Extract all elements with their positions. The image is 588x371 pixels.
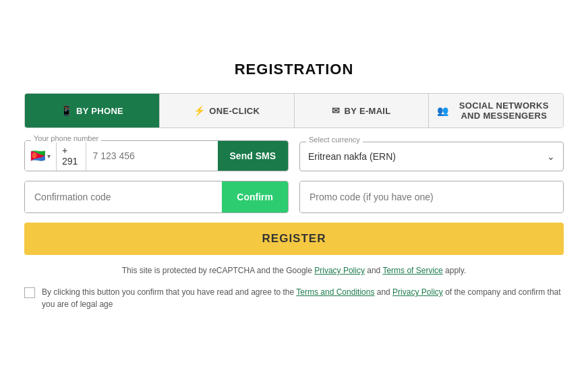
phone-icon: 📱	[61, 105, 72, 116]
terms-checkbox[interactable]	[24, 287, 35, 298]
confirmation-promo-row: Confirm	[24, 181, 564, 213]
send-sms-button[interactable]: Send SMS	[218, 141, 288, 171]
lightning-icon: ⚡	[194, 105, 205, 116]
tab-bar: 📱 BY PHONE ⚡ ONE-CLICK ✉ BY E-MAIL 👥 SOC…	[24, 93, 564, 128]
confirm-button[interactable]: Confirm	[222, 181, 288, 212]
terms-conditions-link[interactable]: Terms and Conditions	[296, 287, 374, 297]
phone-field-group: Your phone number 🇪🇷 ▾ + 291 Send SMS	[24, 140, 289, 171]
recaptcha-notice: This site is protected by reCAPTCHA and …	[24, 266, 564, 275]
register-button[interactable]: REGISTER	[24, 223, 564, 255]
terms-row: By clicking this button you confirm that…	[24, 286, 564, 310]
tab-by-email[interactable]: ✉ BY E-MAIL	[295, 94, 430, 127]
flag-emoji: 🇪🇷	[30, 148, 45, 163]
email-icon: ✉	[332, 105, 340, 116]
confirmation-code-input[interactable]	[25, 181, 222, 212]
phone-currency-row: Your phone number 🇪🇷 ▾ + 291 Send SMS Se…	[24, 140, 564, 171]
terms-privacy-link[interactable]: Privacy Policy	[392, 287, 443, 297]
tab-by-email-label: BY E-MAIL	[345, 106, 391, 116]
promo-code-input[interactable]	[300, 181, 563, 212]
tab-by-phone[interactable]: 📱 BY PHONE	[25, 94, 160, 127]
tab-social-label: SOCIAL NETWORKS AND MESSENGERS	[453, 101, 555, 121]
terms-of-service-link[interactable]: Terms of Service	[382, 266, 442, 275]
confirmation-field: Confirm	[24, 181, 289, 213]
currency-chevron-icon: ⌄	[547, 151, 555, 162]
currency-label: Select currency	[306, 136, 363, 144]
tab-by-phone-label: BY PHONE	[76, 106, 123, 116]
tab-one-click-label: ONE-CLICK	[209, 106, 260, 116]
tab-social[interactable]: 👥 SOCIAL NETWORKS AND MESSENGERS	[429, 94, 563, 127]
currency-value: Eritrean nakfa (ERN)	[308, 151, 547, 162]
phone-input-wrapper: 🇪🇷 ▾ + 291 Send SMS	[24, 140, 289, 171]
privacy-policy-link[interactable]: Privacy Policy	[314, 266, 365, 275]
terms-text: By clicking this button you confirm that…	[42, 286, 564, 310]
phone-number-input[interactable]	[86, 141, 218, 171]
flag-select[interactable]: 🇪🇷 ▾	[25, 141, 57, 171]
country-code: + 291	[57, 141, 86, 171]
tab-one-click[interactable]: ⚡ ONE-CLICK	[160, 94, 295, 127]
registration-container: REGISTRATION 📱 BY PHONE ⚡ ONE-CLICK ✉ BY…	[4, 47, 584, 324]
promo-field	[299, 181, 564, 213]
currency-select[interactable]: Eritrean nakfa (ERN) ⌄	[299, 142, 564, 171]
page-title: REGISTRATION	[24, 61, 564, 78]
currency-field-group: Select currency Eritrean nakfa (ERN) ⌄	[299, 142, 564, 171]
phone-label: Your phone number	[31, 134, 101, 142]
social-icon: 👥	[437, 105, 448, 116]
chevron-down-icon: ▾	[47, 152, 51, 160]
